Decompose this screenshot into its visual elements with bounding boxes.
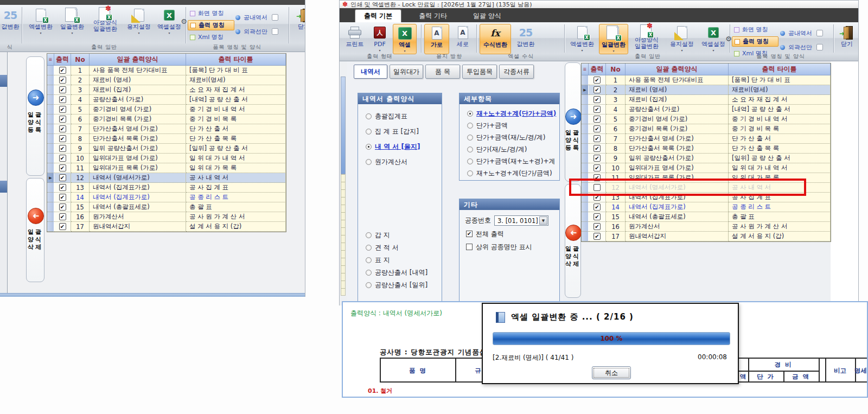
radio-option[interactable]: 단가+금액(재+노+경)+계 [462,155,558,167]
output-checkbox-cell[interactable]: ✔ [589,85,606,95]
output-checkbox-cell[interactable]: ✔ [54,193,71,202]
table-row[interactable]: ✔4공량산출서 (가로)[내역] 공 량 산 출 서 [47,95,286,105]
radio-option[interactable]: 총괄집계표 [360,109,441,124]
table-row[interactable]: ✔1사용 품목 전체 단가대비표[품목] 단 가 대 비 표 [47,66,286,75]
close-button[interactable]: ➜ 닫기 [292,7,305,37]
row-checkbox[interactable]: ✔ [59,145,66,152]
output-checkbox-cell[interactable]: ✔ [54,212,71,222]
checkbox-icon[interactable] [466,244,473,250]
table-row[interactable]: ✔7단가산출서 명세 (가로)단 가 산 출 서 [582,134,831,144]
table-row[interactable]: ✔10일위대가표 명세 (가로)일 위 대 가 내 역 서 [47,154,286,163]
close-button[interactable]: ➜ 닫기 [835,24,858,54]
table-row[interactable]: ▶✔12내역서 (명세서가로)공 사 내 역 서 [47,173,286,183]
panel-tab-tuip[interactable]: 투입품목 [462,65,497,79]
cancel-button[interactable]: 취소 [592,366,631,379]
output-checkbox-cell[interactable]: ✔ [54,114,71,124]
table-row[interactable]: ✔1사용 품목 전체 단가대비표[품목] 단 가 대 비 표 [582,75,831,85]
output-checkbox-cell[interactable]: ✔ [54,222,71,232]
table-row[interactable]: ✔14내역서 (집계표가로)공 종 리 스 트 [47,193,286,202]
print-button[interactable]: 프린트 [343,24,367,54]
output-checkbox-cell[interactable]: ✔ [589,114,606,124]
asung-batch-convert-button[interactable]: ✽X 아성양식 일괄변환 [89,7,122,37]
row-checkbox[interactable]: ✔ [59,96,66,103]
table-row[interactable]: ✔5중기경비 명세 (가로)중 기 경 비 내 역 서 [582,114,831,124]
row-checkbox[interactable]: ✔ [59,203,66,211]
table-row[interactable]: ✔6중기경비 목록 (가로)중 기 경 비 목 록 [47,114,286,124]
output-checkbox-cell[interactable]: ✔ [54,105,71,114]
radio-icon[interactable] [366,245,372,251]
radio-icon[interactable] [366,159,372,165]
tab-output-etc[interactable]: 출력 기타 [410,10,456,22]
radio-icon[interactable] [366,144,372,150]
radio-option[interactable]: 단가+금액 [462,119,558,131]
table-row[interactable]: ✔8단가산출서 목록 (가로)단 가 산 출 목 록 [47,134,286,144]
row-checkbox[interactable]: ✔ [59,223,66,230]
panel-tab-seoryu[interactable]: 각종서류 [499,65,534,79]
radio-option[interactable]: 재+노+경+계(단가+금액) [462,107,558,119]
output-checkbox-cell[interactable]: ✔ [54,183,71,193]
row-checkbox[interactable]: ✔ [593,203,601,211]
row-checkbox[interactable]: ✔ [593,233,601,240]
output-checkbox-cell[interactable]: ✔ [589,232,606,241]
output-checkbox-cell[interactable]: ✔ [54,163,71,173]
output-checkbox-cell[interactable]: ✔ [589,202,606,212]
gongjong-select[interactable]: 3. [01, 0101] ▼ [494,215,548,226]
formula-convert-button[interactable]: fx 수식변환 [480,24,511,54]
row-checkbox[interactable]: ✔ [593,155,601,162]
table-row[interactable]: ✔9일위 공량산출서 (가로)[일위] 공 량 산 출 서 [47,144,286,154]
radio-option[interactable]: 재+노+경+계(단가/금액) [462,167,558,179]
output-checkbox-cell[interactable]: ✔ [589,95,606,105]
excel-convert-button[interactable]: X 엑셀변환 ▾ [567,24,597,54]
row-checkbox[interactable]: ✔ [593,116,601,123]
row-checkbox[interactable]: ✔ [593,164,601,171]
edge-scrollbar[interactable] [341,77,346,174]
table-row[interactable]: ✔15내역서 (총괄표세로)총 괄 표 [582,212,831,222]
tab-batch-forms[interactable]: 일괄 양식 [464,10,510,22]
radio-icon[interactable] [366,129,372,135]
row-checkbox[interactable]: ✔ [59,213,66,220]
checkbox-icon[interactable] [735,39,740,44]
table-row[interactable]: ✔16원가계산서공 사 원 가 계 산 서 [47,212,286,222]
radio-icon[interactable] [366,270,372,276]
radio-icon[interactable] [467,135,473,141]
radio-icon[interactable] [467,170,473,176]
output-checkbox-cell[interactable]: ✔ [54,173,71,183]
panel-tab-naeyeokseo[interactable]: 내역서 [354,65,387,79]
output-checkbox-cell[interactable]: ✔ [54,202,71,212]
table-row[interactable]: ✔6중기경비 목록 (가로)중 기 경 비 목 록 [582,124,831,134]
paper-setup-button[interactable]: 용지설정 ▾ [125,7,153,37]
bullet-option[interactable]: 공내역서 [780,26,823,40]
excel-setup-button[interactable]: X⚙ 엑셀설정 ▾ [699,24,728,54]
table-row[interactable]: ✔17원내역서갑지설 계 서 용 지 (갑) [47,222,286,232]
row-checkbox[interactable]: ✔ [59,174,66,181]
table-row[interactable]: ✔11일위대가표 목록 (가로)일 위 대 가 목 록 [47,163,286,173]
table-row[interactable]: ✔2재료비 (명세)재료비(명세) [47,75,286,85]
row-checkbox[interactable]: ✔ [59,184,66,191]
radio-option[interactable]: 갑 지 [360,229,441,241]
output-checkbox-cell[interactable]: ✔ [589,212,606,222]
table-row[interactable]: ✔3재료비 (집계)소 요 자 재 집 계 서 [582,95,831,105]
radio-option[interactable]: 표 지 [360,254,441,266]
value-convert-button[interactable]: 25 값변환 [513,24,538,54]
value-convert-button[interactable]: 25 값변환 [0,7,21,37]
asung-batch-convert-button[interactable]: ✽X 아성양식 일괄변환 [630,24,663,54]
radio-icon[interactable] [366,257,372,263]
option-checkbox[interactable] [816,30,823,36]
output-checkbox-cell[interactable]: ✔ [589,222,606,232]
batch-convert-button[interactable]: X 일괄변환 ▾ [599,24,628,54]
output-checkbox-cell[interactable]: ✔ [54,154,71,163]
output-checkbox-cell[interactable]: ✔ [54,124,71,134]
table-row[interactable]: ✔9일위 공량산출서 (가로)[일위] 공 량 산 출 서 [582,154,831,163]
output-checkbox-cell[interactable]: ✔ [54,95,71,105]
radio-option[interactable]: 원가계산서 [360,154,441,169]
row-checkbox[interactable]: ✔ [593,86,601,93]
check-option[interactable]: ✔전체 출력 [466,227,532,240]
table-row[interactable]: ✔4공량산출서 (가로)[내역] 공 량 산 출 서 [582,105,831,114]
radio-option[interactable]: 내 역 서 [을지] [360,139,441,154]
radio-icon[interactable] [467,158,473,164]
name-option[interactable]: 출력 명칭 [188,20,234,30]
row-checkbox[interactable]: ✔ [593,135,601,142]
table-row[interactable]: ✔17원내역서갑지설 계 서 용 지 (갑) [582,232,831,241]
batch-register-arrow-icon[interactable]: ➜ [565,109,582,125]
name-option[interactable]: 출력 명칭 [732,36,778,47]
